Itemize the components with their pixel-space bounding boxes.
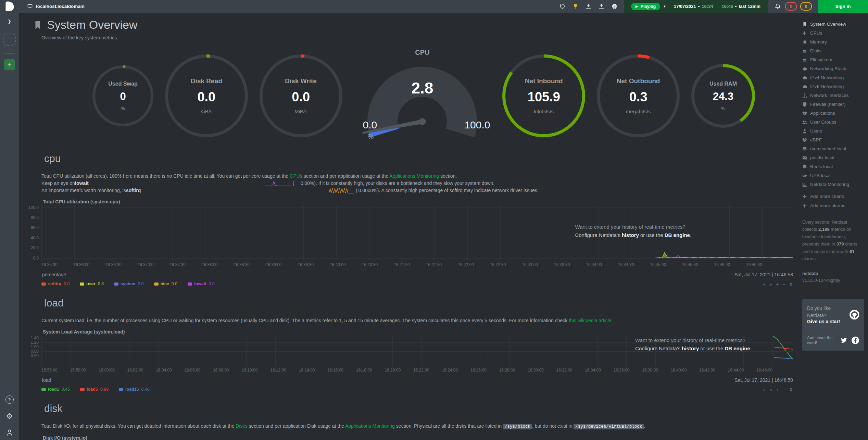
softirq-sparkline[interactable]	[328, 187, 354, 194]
chevron-down-icon[interactable]: ▾	[664, 4, 666, 9]
cpu-gauge-value: 2.8	[354, 79, 491, 97]
legend-item-load1[interactable]: load10.45	[41, 387, 70, 392]
add-more-alarms[interactable]: Add more alarms	[802, 203, 868, 208]
sidebar-item-netdata-monitoring[interactable]: Netdata Monitoring	[802, 182, 868, 187]
critical-alarms-badge[interactable]: 0	[785, 2, 797, 11]
sidebar-item-system-overview[interactable]: System Overview	[802, 22, 868, 27]
facebook-icon[interactable]	[852, 337, 859, 344]
sidebar-item-networking-stack[interactable]: Networking Stack	[802, 66, 868, 71]
cpu-description: Total CPU utilization (all cores). 100% …	[41, 173, 793, 194]
x-axis-tick: 16:35:30	[41, 262, 58, 267]
x-axis-tick: 16:46:00	[756, 368, 772, 373]
export-icon[interactable]	[597, 2, 605, 11]
applications-monitoring-link[interactable]: Applications Monitoring	[389, 173, 439, 179]
x-axis-tick: 16:42:00	[699, 368, 715, 373]
sidebar-item-memcached-local[interactable]: memcached local	[802, 146, 868, 151]
sys-virtual-block-path: /sys/devices/virtual/block	[574, 424, 644, 429]
disk-io-chart: Disk I/O (system.io) 0.0-4.0	[41, 435, 793, 440]
bell-icon[interactable]	[773, 2, 782, 11]
disk-section: disk Total Disk I/O, for all physical di…	[19, 403, 803, 440]
y-axis-tick: 0.0	[20, 256, 39, 261]
expand-rail-chevron-icon[interactable]: ❯	[8, 19, 11, 24]
legend-item-softirq[interactable]: softirq0.0	[41, 281, 70, 286]
x-axis-tick: 16:41:30	[426, 262, 442, 267]
sidebar-item-user-groups[interactable]: User Groups	[802, 120, 868, 125]
chart-toolbox-button[interactable]: «	[763, 281, 766, 287]
load-section: load Current system load, i.e. the numbe…	[19, 297, 803, 392]
star-cta[interactable]: Give us a star!	[807, 319, 850, 324]
sidebar-item-redis-local[interactable]: Redis local	[802, 164, 868, 169]
sidebar-item-ipv6-networking[interactable]: IPv6 Networking	[802, 84, 868, 89]
x-axis-tick: 16:44:30	[618, 262, 634, 267]
x-axis-tick: 16:42:30	[490, 262, 506, 267]
sidebar-item-ipv4-networking[interactable]: IPv4 Networking	[802, 75, 868, 80]
x-axis-tick: 16:46:00	[714, 262, 730, 267]
chart-toolbox-button[interactable]: +	[776, 281, 779, 287]
github-icon[interactable]	[850, 310, 859, 320]
wikipedia-link[interactable]: this wikipedia article	[569, 318, 612, 323]
x-axis-tick: 16:41:00	[394, 262, 410, 267]
disk-description: Total Disk I/O, for all physical disks. …	[41, 423, 793, 430]
sidebar-item-memory[interactable]: Memory	[802, 39, 868, 45]
chart-toolbox-button[interactable]: »	[769, 281, 772, 287]
chart-toolbox-button[interactable]: «	[763, 387, 766, 392]
gear-icon[interactable]: ⚙	[6, 413, 13, 420]
sidebar-item-network-interfaces[interactable]: Network Interfaces	[802, 93, 868, 98]
import-icon[interactable]	[584, 2, 592, 11]
user-icon[interactable]	[6, 429, 13, 437]
y-axis-tick: 0.60	[20, 353, 39, 358]
chart-toolbox-button[interactable]: −	[782, 387, 785, 392]
print-icon[interactable]	[610, 2, 618, 11]
sidebar-item-users[interactable]: Users	[802, 128, 868, 134]
twitter-icon[interactable]	[840, 337, 847, 344]
iowait-sparkline[interactable]	[264, 180, 291, 187]
chart-toolbox-button[interactable]: −	[782, 281, 785, 287]
legend-item-user[interactable]: user0.8	[80, 281, 104, 286]
net-inbound-gauge[interactable]: Net Inbound 105.9 kilobits/s	[502, 54, 585, 137]
help-icon[interactable]: ?	[5, 395, 14, 404]
sidebar-item-postfix-local[interactable]: postfix local	[802, 155, 868, 160]
add-more-charts[interactable]: Add more charts	[802, 194, 868, 199]
disks-link[interactable]: Disks	[236, 423, 247, 429]
hostname-menu[interactable]: localhost.localdomain	[27, 0, 85, 13]
netdata-logo[interactable]	[0, 0, 19, 13]
time-range-picker[interactable]: 17/07/2021• 16:34 → 16:46• last 12min	[674, 4, 760, 9]
sidebar-item-filesystem[interactable]: Filesystem	[802, 57, 868, 62]
cpus-link[interactable]: CPUs	[290, 173, 302, 179]
chart-toolbox-button[interactable]: »	[769, 387, 772, 392]
playing-button[interactable]: ▶ Playing	[631, 3, 660, 10]
cpu-gauge[interactable]: CPU 2.8 0.0 100.0 %	[354, 49, 491, 143]
user-icon	[802, 129, 807, 134]
applications-monitoring-link[interactable]: Applications Monitoring	[345, 423, 395, 429]
add-space-placeholder[interactable]	[3, 34, 16, 46]
refresh-icon[interactable]	[558, 2, 566, 11]
bulb-icon[interactable]	[571, 2, 579, 11]
chart-toolbox-button[interactable]: ⇕	[789, 281, 793, 287]
used-ram-gauge[interactable]: Used RAM 24.3 %	[691, 64, 755, 128]
chart-toolbox-button[interactable]: ⇕	[789, 387, 793, 392]
chart-plot-area[interactable]: Want to extend your history of real-time…	[41, 336, 793, 366]
net-outbound-gauge[interactable]: Net Outbound 0.3 megabits/s	[597, 54, 680, 137]
chart-toolbox-button[interactable]: +	[776, 387, 779, 392]
disk-read-gauge[interactable]: Disk Read 0.0 KiB/s	[165, 54, 248, 137]
chart-plot-area[interactable]: Want to extend your history of real-time…	[41, 205, 793, 260]
legend-item-load15[interactable]: load150.46	[119, 387, 150, 392]
arrow-right-icon: →	[715, 4, 720, 9]
sign-in-button[interactable]: Sign in	[818, 0, 868, 13]
x-axis-tick: 16:38:00	[642, 368, 658, 373]
sidebar-item-applications[interactable]: Applications	[802, 111, 868, 116]
legend-item-nice[interactable]: nice0.0	[154, 281, 177, 286]
legend-item-iowait[interactable]: iowait0.0	[188, 281, 215, 286]
sidebar-item-firewall-netfilter-[interactable]: Firewall (netfilter)	[802, 102, 868, 107]
used-swap-gauge[interactable]: Used Swap 0 %	[92, 65, 153, 126]
sidebar-item-disks[interactable]: Disks	[802, 48, 868, 53]
sidebar-item-ebpf[interactable]: eBPF	[802, 137, 868, 142]
sidebar-item-ups-local[interactable]: UPS local	[802, 173, 868, 178]
warning-alarms-badge[interactable]: 0	[800, 2, 812, 11]
bolt-icon	[802, 31, 807, 36]
sidebar-item-cpus[interactable]: CPUs	[802, 30, 868, 36]
disk-write-gauge[interactable]: Disk Write 0.0 MiB/s	[260, 54, 342, 137]
legend-item-load5[interactable]: load50.89	[80, 387, 109, 392]
add-room-button[interactable]: +	[4, 59, 15, 70]
legend-item-system[interactable]: system2.0	[114, 281, 143, 286]
